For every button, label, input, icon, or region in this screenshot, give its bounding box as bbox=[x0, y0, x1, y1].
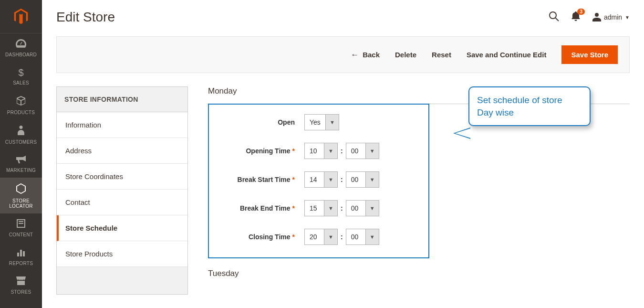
dropdown-icon: ▼ bbox=[365, 229, 379, 244]
closing-hour-select[interactable]: 20 ▼ bbox=[304, 229, 338, 245]
open-value: Yes bbox=[305, 115, 325, 130]
dropdown-icon: ▼ bbox=[365, 201, 379, 216]
nav-dashboard[interactable]: DASHBOARD bbox=[0, 33, 42, 62]
dropdown-icon: ▼ bbox=[324, 172, 337, 187]
nav-label: PRODUCTS bbox=[7, 110, 35, 115]
store-icon bbox=[16, 276, 26, 287]
page-header: Edit Store 3 admin ▼ bbox=[42, 0, 644, 36]
nav-label: MARKETING bbox=[6, 168, 36, 173]
nav-label: DASHBOARD bbox=[5, 52, 37, 57]
dollar-icon: $ bbox=[18, 68, 23, 77]
admin-user-menu[interactable]: admin ▼ bbox=[592, 13, 630, 21]
nav-customers[interactable]: CUSTOMERS bbox=[0, 120, 42, 149]
break-start-minute-select[interactable]: 00 ▼ bbox=[346, 171, 379, 188]
nav-label: CUSTOMERS bbox=[5, 139, 37, 145]
save-store-button[interactable]: Save Store bbox=[561, 45, 618, 64]
dropdown-icon: ▼ bbox=[324, 201, 337, 216]
tab-information[interactable]: Information bbox=[57, 112, 187, 138]
monday-schedule-box: Open Yes ▼ Opening Time* bbox=[208, 104, 429, 258]
hexagon-icon bbox=[16, 183, 26, 195]
search-icon[interactable] bbox=[549, 11, 559, 24]
dropdown-icon: ▼ bbox=[324, 229, 337, 244]
closing-minute-select[interactable]: 00 ▼ bbox=[346, 229, 379, 245]
time-separator: : bbox=[341, 147, 343, 155]
label-opening-time: Opening Time* bbox=[218, 147, 300, 155]
notification-badge: 3 bbox=[577, 9, 585, 15]
label-open: Open bbox=[218, 118, 300, 126]
bar-chart-icon bbox=[17, 248, 25, 258]
tabs-title: STORE INFORMATION bbox=[57, 87, 187, 112]
time-separator: : bbox=[341, 233, 343, 241]
page-title: Edit Store bbox=[56, 10, 115, 25]
dropdown-icon: ▼ bbox=[365, 172, 379, 187]
annotation-callout: Set schedule of store Day wise bbox=[468, 86, 591, 126]
nav-label: REPORTS bbox=[9, 261, 33, 266]
caret-down-icon: ▼ bbox=[625, 15, 630, 20]
back-button[interactable]: ← Back bbox=[351, 50, 380, 60]
svg-rect-5 bbox=[23, 251, 25, 256]
label-closing-time: Closing Time* bbox=[218, 233, 300, 241]
svg-rect-2 bbox=[19, 223, 23, 224]
action-bar: ← Back Delete Reset Save and Continue Ed… bbox=[56, 36, 630, 73]
break-end-minute-select[interactable]: 00 ▼ bbox=[346, 200, 379, 216]
dropdown-icon: ▼ bbox=[324, 143, 337, 159]
nav-products[interactable]: PRODUCTS bbox=[0, 90, 42, 120]
user-icon bbox=[592, 13, 601, 21]
content-icon bbox=[17, 219, 25, 229]
admin-username: admin bbox=[604, 13, 622, 21]
callout-line1: Set schedule of store bbox=[477, 94, 582, 106]
person-icon bbox=[18, 126, 24, 137]
tabs-panel: STORE INFORMATION Information Address St… bbox=[56, 86, 188, 295]
dropdown-icon: ▼ bbox=[365, 143, 379, 159]
break-start-hour-select[interactable]: 14 ▼ bbox=[304, 171, 338, 188]
break-end-hour-select[interactable]: 15 ▼ bbox=[304, 200, 338, 216]
notifications-icon[interactable]: 3 bbox=[571, 11, 580, 23]
day-heading-tuesday: Tuesday bbox=[208, 269, 630, 286]
svg-rect-3 bbox=[17, 253, 19, 256]
nav-label: STORELOCATOR bbox=[9, 198, 33, 209]
svg-rect-4 bbox=[20, 250, 22, 256]
open-select[interactable]: Yes ▼ bbox=[304, 114, 339, 130]
nav-label: STORES bbox=[11, 289, 31, 295]
nav-label: SALES bbox=[13, 80, 29, 85]
label-break-end: Break End Time* bbox=[218, 204, 300, 212]
svg-rect-1 bbox=[19, 221, 23, 222]
svg-point-6 bbox=[550, 12, 556, 19]
time-separator: : bbox=[341, 176, 343, 183]
time-separator: : bbox=[341, 204, 343, 212]
tab-store-products[interactable]: Store Products bbox=[57, 241, 187, 267]
tab-store-coordinates[interactable]: Store Coordinates bbox=[57, 164, 187, 190]
nav-reports[interactable]: REPORTS bbox=[0, 242, 42, 271]
cube-icon bbox=[16, 96, 26, 107]
callout-line2: Day wise bbox=[477, 106, 582, 119]
nav-sales[interactable]: $ SALES bbox=[0, 62, 42, 90]
nav-stores[interactable]: STORES bbox=[0, 271, 42, 299]
dashboard-icon bbox=[16, 39, 26, 49]
arrow-left-icon: ← bbox=[351, 50, 359, 60]
save-continue-button[interactable]: Save and Continue Edit bbox=[467, 51, 547, 59]
svg-line-7 bbox=[555, 18, 559, 21]
form-area: Monday Open Yes ▼ bbox=[208, 86, 630, 295]
nav-store-locator[interactable]: STORELOCATOR bbox=[0, 178, 42, 213]
reset-button[interactable]: Reset bbox=[432, 51, 451, 59]
tab-contact[interactable]: Contact bbox=[57, 190, 187, 215]
nav-marketing[interactable]: MARKETING bbox=[0, 149, 42, 178]
opening-minute-select[interactable]: 00 ▼ bbox=[346, 143, 379, 159]
megaphone-icon bbox=[16, 155, 26, 165]
opening-hour-select[interactable]: 10 ▼ bbox=[304, 143, 338, 159]
tab-store-schedule[interactable]: Store Schedule bbox=[57, 215, 187, 241]
tab-address[interactable]: Address bbox=[57, 138, 187, 164]
dropdown-icon: ▼ bbox=[325, 115, 339, 130]
sidebar: DASHBOARD $ SALES PRODUCTS CUSTOMERS MAR… bbox=[0, 0, 42, 308]
label-break-start: Break Start Time* bbox=[218, 176, 300, 183]
magento-logo[interactable] bbox=[0, 0, 42, 33]
delete-button[interactable]: Delete bbox=[395, 51, 416, 59]
nav-content[interactable]: CONTENT bbox=[0, 213, 42, 242]
nav-label: CONTENT bbox=[9, 232, 33, 237]
